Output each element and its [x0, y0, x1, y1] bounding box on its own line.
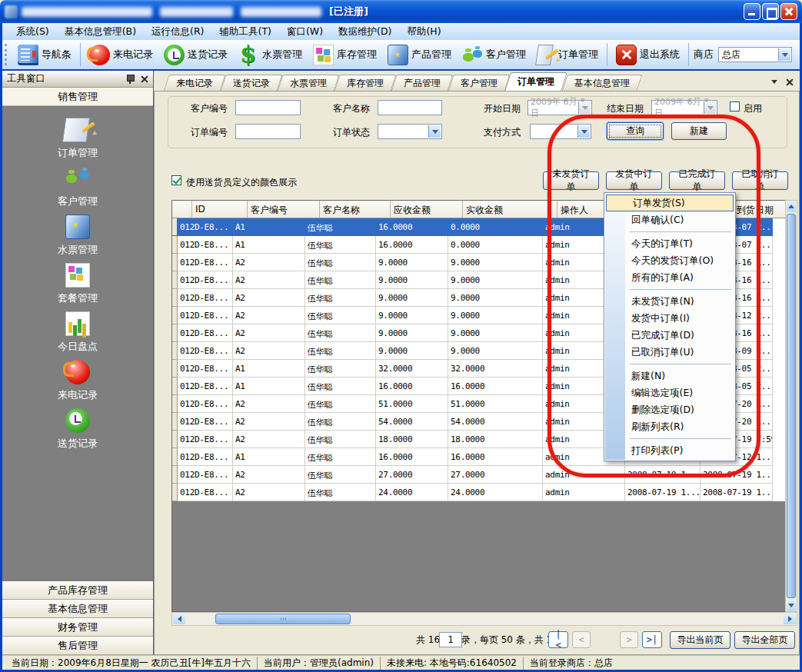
context-menu-item[interactable]: 今天的发货订单(O)	[605, 252, 734, 269]
sidebar-group-button[interactable]: 售后管理	[2, 637, 153, 655]
sidebar-group-button[interactable]: 产品库存管理	[2, 581, 153, 600]
row-indicator[interactable]	[172, 378, 178, 395]
order-status-filter-button[interactable]: 已完成订单	[669, 171, 725, 190]
pin-icon[interactable]	[126, 75, 134, 84]
row-indicator[interactable]	[172, 448, 178, 466]
sidebar-group-button[interactable]: 基本信息管理	[2, 600, 153, 618]
context-menu-item[interactable]: 发货中订单(I)	[605, 310, 734, 327]
horizontal-scroll-thumb[interactable]	[215, 614, 351, 624]
context-menu-item[interactable]	[605, 286, 734, 293]
pay-method-select[interactable]	[530, 124, 591, 139]
context-menu-item[interactable]: 今天的订单(T)	[605, 235, 734, 252]
context-menu-item[interactable]	[605, 228, 734, 235]
context-menu-item[interactable]: 所有的订单(A)	[605, 269, 734, 286]
toolbar-button[interactable]: 水票管理	[233, 42, 308, 68]
tab[interactable]: 订单管理	[507, 72, 564, 91]
context-menu-item[interactable]: 新建(N)	[605, 368, 734, 384]
menu-item[interactable]: 系统(S)	[8, 23, 57, 40]
context-menu-item[interactable]: 打印列表(P)	[605, 442, 734, 459]
maximize-button[interactable]	[762, 3, 779, 20]
chevron-down-icon[interactable]	[428, 125, 441, 138]
sidebar-item[interactable]: 水票管理	[2, 211, 153, 255]
row-indicator[interactable]	[172, 254, 178, 271]
context-menu-item[interactable]	[605, 361, 734, 368]
order-status-filter-button[interactable]: 未发货订单	[543, 171, 599, 190]
menu-item[interactable]: 基本信息管理(B)	[57, 23, 144, 40]
toolbar-button[interactable]	[607, 43, 607, 66]
sidebar-item[interactable]: 客户管理	[2, 162, 153, 207]
scroll-right-icon[interactable]	[784, 614, 796, 624]
next-page-button[interactable]: >	[620, 631, 638, 648]
horizontal-scrollbar[interactable]	[171, 612, 797, 626]
export-all-pages-button[interactable]: 导出全部页	[734, 631, 795, 649]
column-header[interactable]: 客户编号	[248, 201, 320, 218]
last-page-button[interactable]: >|	[642, 631, 662, 648]
context-menu-item[interactable]: 订单发货(S)	[606, 195, 734, 211]
tab[interactable]: 水票管理	[280, 75, 337, 91]
toolbar-grip[interactable]	[5, 44, 9, 65]
row-indicator[interactable]	[172, 413, 178, 431]
sidebar-item[interactable]: 送货记录	[2, 404, 153, 449]
context-menu-item[interactable]: 未发货订单(N)	[605, 293, 734, 310]
minimize-button[interactable]	[744, 3, 760, 20]
row-indicator[interactable]	[172, 342, 178, 360]
order-status-filter-button[interactable]: 发货中订单	[606, 171, 662, 190]
context-menu-item[interactable]	[605, 435, 734, 442]
context-menu-item[interactable]: 已取消订单(U)	[605, 344, 734, 361]
scroll-up-icon[interactable]	[787, 201, 796, 212]
context-menu-item[interactable]: 刷新列表(R)	[605, 418, 734, 435]
tab[interactable]: 库存管理	[337, 75, 394, 91]
new-button[interactable]: 新建	[671, 122, 727, 140]
toolbar-button[interactable]: 导航条	[12, 42, 77, 68]
close-icon[interactable]	[140, 75, 148, 83]
column-header[interactable]: 应收金额	[391, 201, 463, 218]
title-bar[interactable]: [已注册]	[0, 0, 802, 23]
context-menu-item[interactable]: 编辑选定项(E)	[605, 384, 734, 401]
menu-item[interactable]: 数据维护(D)	[331, 23, 399, 40]
tab[interactable]: 产品管理	[394, 75, 451, 91]
page-number-input[interactable]	[439, 632, 462, 647]
toolbar-button[interactable]: 产品管理	[382, 42, 457, 68]
vertical-scroll-thumb[interactable]	[787, 214, 796, 598]
toolbar-button[interactable]: 客户管理	[457, 42, 531, 68]
sidebar-item[interactable]: 套餐管理	[2, 259, 153, 304]
customer-name-input[interactable]	[378, 100, 442, 115]
toolbar-button[interactable]: 退出系统	[611, 42, 685, 68]
enable-checkbox[interactable]	[730, 101, 740, 111]
driver-color-checkbox[interactable]	[171, 175, 181, 185]
context-menu-item[interactable]: 已完成订单(D)	[605, 327, 734, 344]
row-indicator[interactable]	[172, 360, 178, 378]
row-indicator[interactable]	[172, 466, 178, 484]
query-button[interactable]: 查询	[607, 122, 664, 140]
column-header[interactable]: 客户名称	[320, 201, 391, 218]
tab[interactable]: 客户管理	[451, 75, 507, 91]
menu-item[interactable]: 帮助(H)	[399, 23, 448, 40]
order-status-filter-button[interactable]: 已取消订单	[732, 171, 788, 190]
context-menu-item[interactable]: 删除选定项(D)	[605, 401, 734, 418]
tab[interactable]: 送货记录	[223, 75, 280, 91]
row-indicator[interactable]	[172, 271, 178, 289]
row-indicator[interactable]	[172, 431, 178, 448]
scroll-down-icon[interactable]	[787, 600, 796, 611]
row-indicator[interactable]	[172, 236, 178, 254]
column-header[interactable]: 实收金额	[463, 201, 557, 218]
tab-list-dropdown-icon[interactable]	[771, 80, 777, 87]
order-status-select[interactable]	[378, 124, 442, 139]
column-header[interactable]: ID	[192, 201, 248, 218]
sidebar-section-sales[interactable]: 销售管理	[2, 88, 153, 106]
toolbar-button[interactable]	[80, 43, 81, 66]
sidebar-item[interactable]: 今日盘点	[2, 308, 153, 352]
scroll-left-icon[interactable]	[173, 614, 185, 624]
end-date-picker[interactable]: 2009年 6月 8日	[651, 100, 717, 115]
chevron-down-icon[interactable]	[577, 125, 590, 138]
close-button[interactable]	[780, 3, 797, 20]
toolbar-button[interactable]: 库存管理	[308, 42, 382, 68]
tab-close-icon[interactable]	[785, 78, 794, 86]
menu-item[interactable]: 窗口(W)	[279, 23, 331, 40]
tab[interactable]: 基本信息管理	[564, 75, 640, 91]
toolbar-button[interactable]: 送货记录	[158, 42, 233, 68]
chevron-down-icon[interactable]	[778, 48, 790, 61]
row-indicator[interactable]	[172, 395, 178, 413]
context-menu-item[interactable]: 回单确认(C)	[605, 211, 734, 228]
menu-item[interactable]: 辅助工具(T)	[212, 23, 279, 40]
